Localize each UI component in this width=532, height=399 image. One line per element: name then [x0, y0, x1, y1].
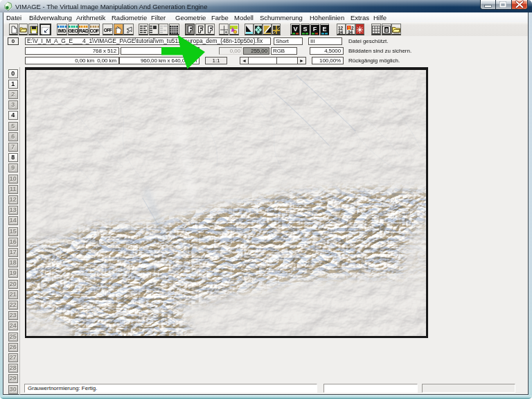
- svg-text:E: E: [322, 26, 326, 33]
- svg-text:V: V: [293, 26, 297, 33]
- svg-text:8: 8: [385, 27, 388, 33]
- svg-text:S: S: [303, 26, 307, 33]
- svg-text:34: 34: [348, 30, 353, 34]
- svg-text:34: 34: [338, 30, 344, 34]
- svg-text:F: F: [313, 26, 317, 33]
